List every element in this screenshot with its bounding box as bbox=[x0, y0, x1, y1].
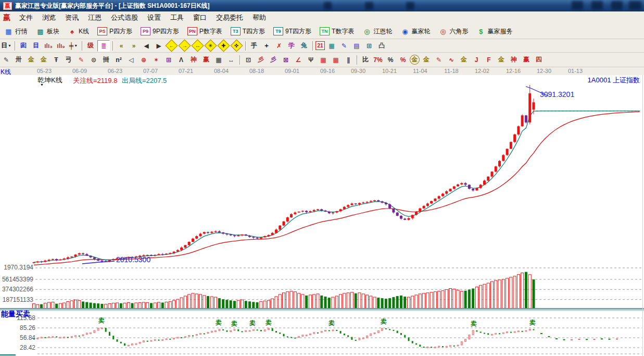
menu-item-4[interactable]: 公式选股 bbox=[106, 11, 143, 24]
kline-button[interactable]: ♠K线 bbox=[64, 26, 93, 37]
info-note-icon[interactable]: 目 bbox=[30, 41, 42, 51]
percent-icon[interactable]: % bbox=[385, 55, 396, 65]
four-slash-icon[interactable]: 四 bbox=[533, 55, 545, 65]
zigzag-icon[interactable]: Λ bbox=[175, 55, 187, 65]
window-button-blur-1[interactable] bbox=[572, 1, 583, 10]
web-grid-icon[interactable]: ⊞ bbox=[163, 55, 174, 65]
hand-tool-icon[interactable]: 手 bbox=[248, 41, 260, 51]
t-number-button[interactable]: TNT数字表 bbox=[315, 26, 358, 37]
chevron-down-icon[interactable]: ▼ bbox=[40, 83, 44, 87]
last-page-icon[interactable]: » bbox=[128, 41, 140, 51]
volume-color-icon[interactable]: ≣ bbox=[97, 40, 110, 52]
menu-item-1[interactable]: 浏览 bbox=[37, 11, 60, 24]
compass-icon[interactable]: ⊕ bbox=[138, 55, 149, 65]
first-page-icon[interactable]: « bbox=[116, 41, 127, 51]
chart-area[interactable]: 卖卖卖卖卖卖卖卖卖 乾坤K线 ▼ 关注线=2119.8 出局线=2207.5 1… bbox=[0, 75, 644, 356]
percent7-icon[interactable]: 7% bbox=[372, 55, 384, 65]
fan-box-icon[interactable]: ⊠ bbox=[280, 55, 292, 65]
ink-pen-icon[interactable]: ✎ bbox=[433, 55, 445, 65]
gann-diamond-full-icon[interactable]: ✜ bbox=[230, 39, 243, 52]
gann-diamond-left-icon[interactable]: ← bbox=[165, 39, 178, 52]
hexagon-button[interactable]: ◎六角形 bbox=[434, 26, 472, 37]
red-pen-icon[interactable]: ✎ bbox=[75, 55, 87, 65]
study-tool-1-icon[interactable]: 学 bbox=[286, 41, 297, 51]
p-number-button[interactable]: PNP数字表 bbox=[183, 26, 226, 37]
t-square-button[interactable]: T3T四方形 bbox=[226, 26, 269, 37]
crosshair-tool-icon[interactable]: ＋ bbox=[261, 41, 272, 51]
trend-angle-icon[interactable]: ∠ bbox=[293, 55, 304, 65]
candle-type-icon[interactable]: ╪▼ bbox=[68, 41, 79, 51]
panel-separator[interactable] bbox=[0, 308, 644, 311]
menu-item-7[interactable]: 窗口 bbox=[188, 11, 211, 24]
service-button[interactable]: $赢家服务 bbox=[472, 26, 516, 37]
f-line-icon[interactable]: F bbox=[483, 55, 495, 65]
winner-wheel-button[interactable]: ◉赢家轮 bbox=[396, 26, 434, 37]
f-ruler-icon[interactable]: Ŧ bbox=[50, 55, 62, 65]
bow-tool-icon[interactable]: 弓 bbox=[63, 55, 74, 65]
gann-wheel-button[interactable]: ◎江恩轮 bbox=[358, 26, 396, 37]
gold-line-icon[interactable]: 金 bbox=[421, 55, 432, 65]
n-squared-icon[interactable]: n² bbox=[113, 55, 124, 65]
ying-slash-icon[interactable]: 赢 bbox=[521, 55, 532, 65]
erase-draw-icon[interactable]: ✗ bbox=[273, 41, 285, 51]
sector-blocks-button[interactable]: ▩板块 bbox=[32, 26, 64, 37]
kline-chart-canvas[interactable]: 卖卖卖卖卖卖卖卖卖 bbox=[0, 75, 644, 356]
notes-icon[interactable]: ✎ bbox=[338, 41, 350, 51]
quote-table-button[interactable]: ▦行情 bbox=[0, 26, 32, 37]
menu-item-0[interactable]: 文件 bbox=[15, 11, 37, 24]
width-arrow-icon[interactable]: ↔ bbox=[225, 55, 237, 65]
next-bar-icon[interactable]: ▶ bbox=[153, 41, 165, 51]
gann-diamond-expand-icon[interactable]: ✚ bbox=[217, 39, 230, 52]
wave-tool-icon[interactable]: ∿ bbox=[446, 55, 457, 65]
period-day-icon[interactable]: 日▼ bbox=[1, 41, 12, 51]
gann-diamond-hspan-icon[interactable]: ↔ bbox=[191, 39, 204, 52]
gann-diamond-compress-icon[interactable]: ✳ bbox=[204, 39, 217, 52]
shen-slash-icon[interactable]: 神 bbox=[508, 55, 520, 65]
gold-line2-icon[interactable]: 金 bbox=[458, 55, 470, 65]
percent-line-icon[interactable]: % bbox=[397, 55, 409, 65]
save-icon[interactable]: ▤ bbox=[351, 41, 362, 51]
ruler-tool-icon[interactable]: 卌 bbox=[100, 55, 112, 65]
red-grid1-icon[interactable]: ▦ bbox=[318, 55, 329, 65]
window-button-blur-3[interactable] bbox=[611, 1, 623, 10]
gold-gate2-icon[interactable]: 金 bbox=[38, 55, 49, 65]
abacus-icon[interactable]: ▦ bbox=[213, 55, 224, 65]
gold-circle-icon[interactable]: 金 bbox=[410, 55, 420, 65]
t9-square-button[interactable]: T99T四方形 bbox=[269, 26, 315, 37]
window-button-blur-2[interactable] bbox=[591, 1, 603, 10]
window-button-blur-4[interactable] bbox=[629, 1, 641, 10]
menu-item-5[interactable]: 设置 bbox=[143, 11, 166, 24]
menu-item-6[interactable]: 工具 bbox=[166, 11, 188, 24]
j-line-icon[interactable]: J bbox=[471, 55, 482, 65]
menu-item-2[interactable]: 资讯 bbox=[60, 11, 83, 24]
angle-flag-icon[interactable]: ◁ bbox=[125, 55, 137, 65]
pen-tool-icon[interactable]: ✎ bbox=[1, 55, 12, 65]
kline-3-icon[interactable]: ılı₃ bbox=[43, 41, 54, 51]
fork-tool-icon[interactable]: Ψ bbox=[305, 55, 317, 65]
study-tool-2-icon[interactable]: 兔 bbox=[298, 41, 310, 51]
fan-lines1-icon[interactable]: 彡 bbox=[255, 55, 267, 65]
p9-square-button[interactable]: P99P四方形 bbox=[136, 26, 183, 37]
print-icon[interactable]: 凸 bbox=[376, 41, 387, 51]
gann-diamond-right-icon[interactable]: → bbox=[178, 39, 191, 52]
hgrid-tool-icon[interactable]: 卅 bbox=[13, 55, 24, 65]
red-grid2-icon[interactable]: ▦ bbox=[330, 55, 342, 65]
p-square-button[interactable]: PSP四方形 bbox=[93, 26, 136, 37]
calendar-icon[interactable]: 21 bbox=[315, 41, 325, 50]
gauge-tool-icon[interactable]: ⊙ bbox=[88, 55, 99, 65]
ying-tool-icon[interactable]: 赢 bbox=[200, 55, 212, 65]
parallel-lines-icon[interactable]: ∥ bbox=[343, 55, 354, 65]
calculator-icon[interactable]: ▦ bbox=[326, 41, 337, 51]
box-tool-icon[interactable]: ⊡ bbox=[243, 55, 254, 65]
pattern-window-icon[interactable]: 囱 bbox=[18, 41, 29, 51]
star-web-icon[interactable]: ✶ bbox=[150, 55, 162, 65]
gold-gate1-icon[interactable]: 金 bbox=[26, 55, 37, 65]
menu-item-3[interactable]: 江恩 bbox=[83, 11, 106, 24]
menu-item-8[interactable]: 交易委托 bbox=[211, 11, 248, 24]
menu-item-9[interactable]: 帮助 bbox=[248, 11, 271, 24]
export-icon[interactable]: ⊞ bbox=[363, 41, 375, 51]
shen-tool-icon[interactable]: 神 bbox=[188, 55, 199, 65]
fan-lines2-icon[interactable]: 彡 bbox=[268, 55, 279, 65]
prev-bar-icon[interactable]: ◀ bbox=[141, 41, 152, 51]
kline-9-icon[interactable]: ılı₉ bbox=[55, 41, 67, 51]
